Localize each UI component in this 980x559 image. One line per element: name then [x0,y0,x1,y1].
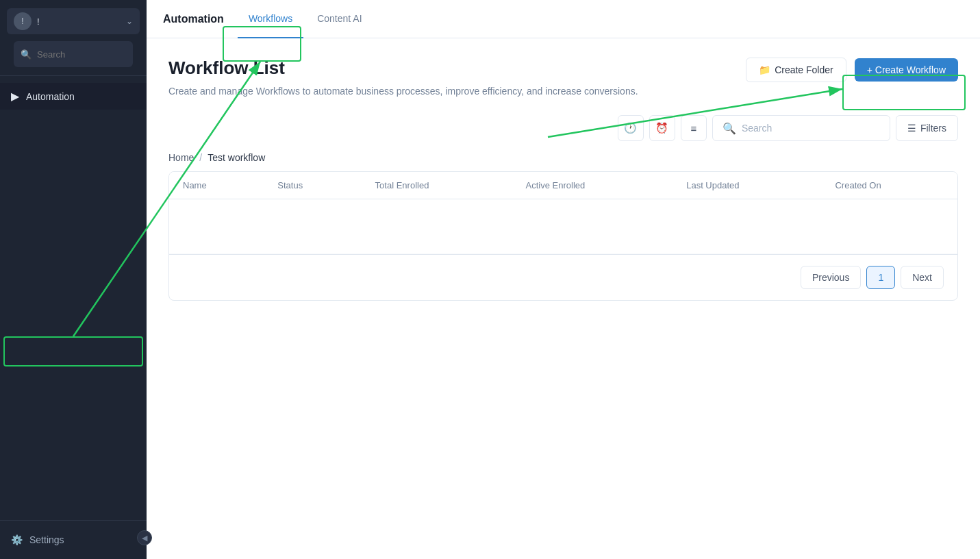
settings-label: Settings [29,534,64,545]
search-bar[interactable]: 🔍 [712,115,890,141]
sidebar: ! ! ⌄ 🔍 ⌘ K ⚡ ▶ Automation ⚙️ Settings ◀ [0,0,147,559]
clock-icon: 🕐 [624,122,637,134]
sidebar-settings[interactable]: ⚙️ Settings [0,527,147,552]
col-created-on: Created On [821,172,957,199]
next-button[interactable]: Next [901,266,944,289]
main-content: Automation Workflows Content AI Workflow… [147,0,980,559]
sidebar-nav: ▶ Automation [0,76,147,520]
sidebar-collapse-button[interactable]: ◀ [137,530,152,545]
col-name: Name [169,172,264,199]
pagination: Previous 1 Next [169,254,957,300]
top-tabs: Automation Workflows Content AI [147,0,980,38]
col-total-enrolled: Total Enrolled [362,172,512,199]
col-status: Status [264,172,361,199]
page-header: Workflow List Create and manage Workflow… [168,58,958,99]
table-empty-row [169,199,957,254]
workflow-table-container: Name Status Total Enrolled Active Enroll… [168,171,958,301]
col-active-enrolled: Active Enrolled [512,172,673,199]
view-recent-button[interactable]: 🕐 [618,115,644,141]
previous-button[interactable]: Previous [801,266,861,289]
sidebar-search-bar[interactable]: 🔍 ⌘ K ⚡ [14,41,133,67]
filters-button[interactable]: ☰ Filters [896,115,958,141]
account-name: ! [37,16,40,27]
folder-icon: 📁 [759,64,770,75]
breadcrumb-separator: / [199,152,202,163]
search-input[interactable] [37,49,152,60]
view-list-button[interactable]: ≡ [681,115,707,141]
search-input[interactable] [742,123,880,134]
automation-icon: ▶ [11,90,19,103]
search-icon: 🔍 [21,49,32,60]
breadcrumb: Home / Test workflow [168,152,958,163]
breadcrumb-current: Test workflow [208,152,265,163]
sidebar-account[interactable]: ! ! ⌄ [7,8,140,34]
collapse-icon: ◀ [142,534,147,543]
toolbar: 🕐 ⏰ ≡ 🔍 ☰ Filters [168,115,958,141]
view-scheduled-button[interactable]: ⏰ [649,115,675,141]
brand-label: Automation [163,13,224,25]
create-folder-button[interactable]: 📁 Create Folder [746,58,846,82]
col-last-updated: Last Updated [673,172,821,199]
workflow-table: Name Status Total Enrolled Active Enroll… [169,172,957,254]
list-icon: ≡ [690,123,696,134]
settings-icon: ⚙️ [11,534,23,545]
sidebar-item-label: Automation [26,91,75,102]
tab-workflows[interactable]: Workflows [238,0,303,38]
sidebar-bottom: ⚙️ Settings [0,520,147,559]
page-content-area: Workflow List Create and manage Workflow… [147,38,980,559]
page-actions: 📁 Create Folder + Create Workflow [746,58,958,82]
sidebar-top: ! ! ⌄ 🔍 ⌘ K ⚡ [0,0,147,76]
table-header: Name Status Total Enrolled Active Enroll… [169,172,957,199]
page-subtitle: Create and manage Workflows to automate … [168,84,638,99]
table-body [169,199,957,254]
timer-icon: ⏰ [655,122,668,134]
tab-content-ai[interactable]: Content AI [306,0,373,38]
chevron-down-icon: ⌄ [126,16,133,26]
breadcrumb-home[interactable]: Home [168,152,194,163]
avatar: ! [14,12,32,30]
create-workflow-button[interactable]: + Create Workflow [855,58,958,82]
filter-icon: ☰ [907,123,916,134]
page-1-button[interactable]: 1 [866,266,895,289]
page-header-text: Workflow List Create and manage Workflow… [168,58,638,99]
search-icon: 🔍 [723,122,736,135]
page-title: Workflow List [168,58,638,79]
sidebar-item-automation[interactable]: ▶ Automation [0,83,147,110]
account-left: ! ! [14,12,40,30]
